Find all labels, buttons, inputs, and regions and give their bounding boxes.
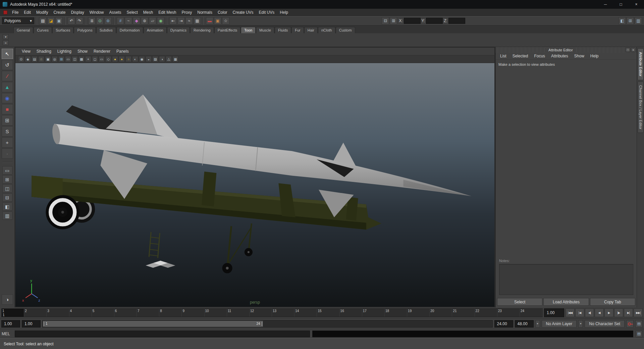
- menu-create-uvs[interactable]: Create UVs: [230, 9, 256, 16]
- bookmarks-icon[interactable]: ☆: [38, 56, 44, 62]
- menu-proxy[interactable]: Proxy: [179, 9, 195, 16]
- selection-mask-icon[interactable]: ⊟: [382, 17, 389, 24]
- layout-two-panes-side-icon[interactable]: ◫: [2, 184, 12, 193]
- lasso-tool[interactable]: ↺: [2, 60, 13, 70]
- status-line-separator[interactable]: [166, 17, 168, 25]
- time-slider[interactable]: 1 1 2 3 4 5 6 7 8 9 10: [1, 308, 543, 317]
- side-tab-channel-box[interactable]: Channel Box / Layer Editor: [638, 82, 644, 133]
- timeline-tick[interactable]: 10: [205, 309, 227, 317]
- ae-select-button[interactable]: Select: [497, 298, 542, 306]
- layout-four-panes-icon[interactable]: ⊞: [2, 175, 12, 184]
- shelf-tab-painteffects[interactable]: PaintEffects: [214, 27, 241, 33]
- menu-edit-mesh[interactable]: Edit Mesh: [156, 9, 179, 16]
- shelf-tab-hair[interactable]: Hair: [304, 27, 318, 33]
- undo-icon[interactable]: ↶: [68, 17, 75, 24]
- select-component-icon[interactable]: ⊚: [104, 17, 112, 24]
- layout-persp-outliner-icon[interactable]: ◧: [2, 202, 12, 211]
- step-back-one-frame-button[interactable]: |◀: [575, 308, 584, 317]
- last-tool-used[interactable]: ·: [2, 148, 13, 159]
- menu-edit[interactable]: Edit: [21, 9, 34, 16]
- make-live-icon[interactable]: ◉: [157, 17, 164, 24]
- panel-menu-shading[interactable]: Shading: [34, 48, 54, 55]
- range-slider-track[interactable]: 1 24: [42, 320, 493, 328]
- render-settings-icon[interactable]: ☆: [222, 17, 229, 24]
- textured-mode-icon[interactable]: ▨: [152, 56, 158, 62]
- menu-color[interactable]: Color: [215, 9, 230, 16]
- gate-mask-icon[interactable]: ▩: [78, 56, 85, 62]
- shelf-tab-polygons[interactable]: Polygons: [74, 27, 96, 33]
- x-coordinate-field[interactable]: [404, 18, 421, 24]
- ae-float-icon[interactable]: □: [626, 48, 630, 52]
- snap-to-view-plane-icon[interactable]: ▱: [149, 17, 156, 24]
- shelf-tab-custom[interactable]: Custom: [336, 27, 355, 33]
- go-to-playback-end-button[interactable]: ▶▶|: [634, 308, 643, 317]
- frame-all-icon[interactable]: ◇: [105, 56, 111, 62]
- two-d-pan-zoom-icon[interactable]: ◎: [52, 56, 58, 62]
- panel-layout-sphere-icon[interactable]: ◑: [2, 294, 13, 305]
- status-line-separator[interactable]: [113, 17, 115, 25]
- multisample-icon[interactable]: ▦: [172, 56, 178, 62]
- ipr-render-icon[interactable]: ▣: [214, 17, 221, 24]
- open-scene-icon[interactable]: ◪: [47, 17, 55, 24]
- timeline-tick[interactable]: 7: [137, 309, 159, 317]
- lock-camera-icon[interactable]: ◈: [25, 56, 31, 62]
- status-line-separator[interactable]: [64, 17, 66, 25]
- menu-normals[interactable]: Normals: [195, 9, 215, 16]
- panel-menu-view[interactable]: View: [19, 48, 34, 55]
- timeline-tick[interactable]: 21: [452, 309, 475, 317]
- shelf-tab-animation[interactable]: Animation: [144, 27, 167, 33]
- shelf-tab-muscle[interactable]: Muscle: [256, 27, 274, 33]
- range-slider-bar[interactable]: 1 24: [43, 321, 263, 327]
- menu-create[interactable]: Create: [51, 9, 68, 16]
- timeline-tick[interactable]: 19: [407, 309, 430, 317]
- range-start-handle[interactable]: [43, 321, 45, 327]
- menu-display[interactable]: Display: [68, 9, 87, 16]
- script-editor-button[interactable]: ▤: [636, 331, 642, 337]
- shelf-tab-ncloth[interactable]: nCloth: [318, 27, 335, 33]
- playback-end-field[interactable]: 24.00: [494, 320, 513, 328]
- timeline-tick[interactable]: 22: [475, 309, 497, 317]
- wireframe-mode-icon[interactable]: ◉: [139, 56, 145, 62]
- camera-name-label[interactable]: persp: [250, 300, 260, 305]
- y-coordinate-field[interactable]: [426, 18, 443, 24]
- ae-load-attributes-button[interactable]: Load Attributes: [543, 298, 589, 306]
- close-button[interactable]: ×: [629, 0, 644, 9]
- menu-file[interactable]: File: [9, 9, 21, 16]
- range-end-handle[interactable]: [261, 321, 263, 327]
- use-default-lighting-icon[interactable]: ●: [119, 56, 125, 62]
- isolate-select-icon[interactable]: △: [166, 56, 172, 62]
- xray-mode-icon[interactable]: ◑: [159, 56, 165, 62]
- ae-menu-focus[interactable]: Focus: [532, 53, 547, 59]
- panel-menu-lighting[interactable]: Lighting: [54, 48, 74, 55]
- use-all-lights-icon[interactable]: ●: [112, 56, 118, 62]
- shaded-mode-icon[interactable]: ◒: [146, 56, 152, 62]
- timeline-tick[interactable]: 3: [47, 309, 69, 317]
- shelf-tab-dynamics[interactable]: Dynamics: [167, 27, 190, 33]
- menu-help[interactable]: Help: [277, 9, 291, 16]
- step-forward-one-key-button[interactable]: |▶: [614, 308, 623, 317]
- shelf-tab-deformation[interactable]: Deformation: [116, 27, 143, 33]
- animation-preferences-button[interactable]: ▤: [635, 320, 643, 328]
- panel-menu-show[interactable]: Show: [74, 48, 91, 55]
- select-camera-icon[interactable]: ⊙: [18, 56, 24, 62]
- timeline-tick[interactable]: 18: [385, 309, 407, 317]
- construction-history-icon[interactable]: ≈: [185, 17, 193, 24]
- grid-toggle-icon[interactable]: ⊞: [58, 56, 64, 62]
- menu-set-dropdown[interactable]: Polygons ▾: [2, 17, 34, 24]
- character-set-dropdown-icon[interactable]: ▾: [578, 320, 583, 328]
- render-current-frame-icon[interactable]: ▬: [206, 17, 213, 24]
- character-set-selector[interactable]: No Character Set: [585, 320, 625, 328]
- shelf-tab-subdivs[interactable]: Subdivs: [96, 27, 116, 33]
- redo-icon[interactable]: ↷: [76, 17, 83, 24]
- ae-menu-selected[interactable]: Selected: [510, 53, 531, 59]
- timeline-tick[interactable]: 6: [114, 309, 137, 317]
- film-gate-icon[interactable]: ▭: [65, 56, 71, 62]
- use-no-lights-icon[interactable]: ○: [125, 56, 131, 62]
- timeline-tick[interactable]: 5: [92, 309, 114, 317]
- status-line-separator[interactable]: [202, 17, 205, 25]
- maximize-button[interactable]: □: [613, 0, 629, 9]
- hypershade-icon[interactable]: ▦: [194, 17, 201, 24]
- image-plane-icon[interactable]: ▣: [45, 56, 51, 62]
- output-connections-icon[interactable]: ⇥: [177, 17, 185, 24]
- command-result-field[interactable]: [312, 331, 633, 337]
